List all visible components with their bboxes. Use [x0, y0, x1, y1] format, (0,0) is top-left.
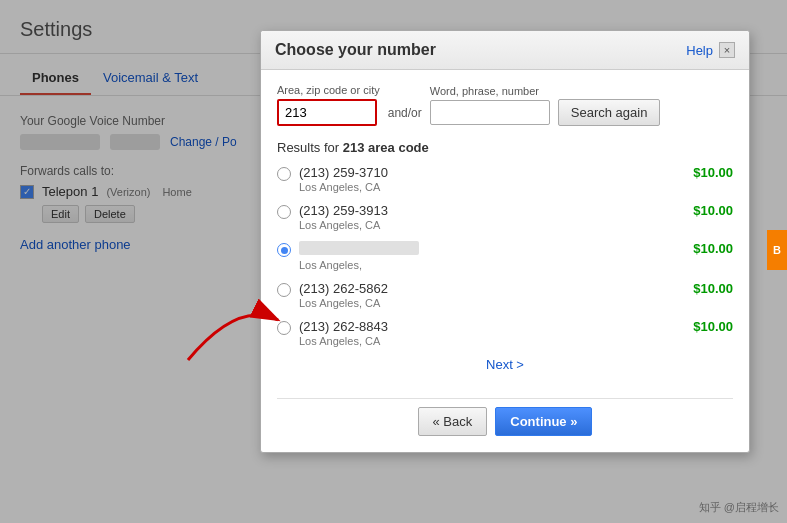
word-label: Word, phrase, number — [430, 85, 550, 97]
dialog-body: Area, zip code or city and/or Word, phra… — [261, 70, 749, 398]
dialog-header-right: Help × — [686, 42, 735, 58]
results-header: Results for 213 area code — [277, 140, 733, 155]
radio-3[interactable] — [277, 283, 291, 297]
search-again-btn[interactable]: Search again — [558, 99, 661, 126]
result-item-0: (213) 259-3710 Los Angeles, CA $10.00 — [277, 165, 733, 193]
result-number-masked-2 — [299, 241, 419, 255]
choose-number-dialog: Choose your number Help × Area, zip code… — [260, 30, 750, 453]
next-row: Next > — [277, 357, 733, 372]
area-label: Area, zip code or city — [277, 84, 380, 96]
result-number-0: (213) 259-3710 — [299, 165, 693, 180]
results-list: (213) 259-3710 Los Angeles, CA $10.00 (2… — [277, 165, 733, 347]
result-info-4: (213) 262-8843 Los Angeles, CA — [299, 319, 693, 347]
dialog-header: Choose your number Help × — [261, 31, 749, 70]
andor-label: and/or — [388, 106, 422, 120]
word-search-group: Word, phrase, number — [430, 85, 550, 125]
result-number-4: (213) 262-8843 — [299, 319, 693, 334]
result-info-0: (213) 259-3710 Los Angeles, CA — [299, 165, 693, 193]
result-item-2: Los Angeles, $10.00 — [277, 241, 733, 271]
result-info-2: Los Angeles, — [299, 241, 693, 271]
result-info-1: (213) 259-3913 Los Angeles, CA — [299, 203, 693, 231]
result-item-4: (213) 262-8843 Los Angeles, CA $10.00 — [277, 319, 733, 347]
back-button[interactable]: « Back — [418, 407, 488, 436]
dialog-title: Choose your number — [275, 41, 436, 59]
word-input[interactable] — [430, 100, 550, 125]
results-query: 213 area code — [343, 140, 429, 155]
radio-4[interactable] — [277, 321, 291, 335]
continue-button[interactable]: Continue » — [495, 407, 592, 436]
result-price-2: $10.00 — [693, 241, 733, 256]
radio-1[interactable] — [277, 205, 291, 219]
result-number-1: (213) 259-3913 — [299, 203, 693, 218]
area-search-group: Area, zip code or city — [277, 84, 380, 126]
radio-2[interactable] — [277, 243, 291, 257]
result-location-0: Los Angeles, CA — [299, 181, 693, 193]
result-info-3: (213) 262-5862 Los Angeles, CA — [299, 281, 693, 309]
radio-0[interactable] — [277, 167, 291, 181]
dialog-footer: « Back Continue » — [277, 398, 733, 436]
result-location-1: Los Angeles, CA — [299, 219, 693, 231]
result-location-2: Los Angeles, — [299, 259, 693, 271]
close-button[interactable]: × — [719, 42, 735, 58]
blogger-icon: B — [767, 230, 787, 270]
next-link[interactable]: Next > — [486, 357, 524, 372]
result-location-3: Los Angeles, CA — [299, 297, 693, 309]
result-price-0: $10.00 — [693, 165, 733, 180]
result-item-1: (213) 259-3913 Los Angeles, CA $10.00 — [277, 203, 733, 231]
search-row: Area, zip code or city and/or Word, phra… — [277, 84, 733, 126]
result-price-1: $10.00 — [693, 203, 733, 218]
result-number-3: (213) 262-5862 — [299, 281, 693, 296]
area-input[interactable] — [277, 99, 377, 126]
result-price-4: $10.00 — [693, 319, 733, 334]
result-price-3: $10.00 — [693, 281, 733, 296]
result-location-4: Los Angeles, CA — [299, 335, 693, 347]
result-item-3: (213) 262-5862 Los Angeles, CA $10.00 — [277, 281, 733, 309]
help-link[interactable]: Help — [686, 43, 713, 58]
